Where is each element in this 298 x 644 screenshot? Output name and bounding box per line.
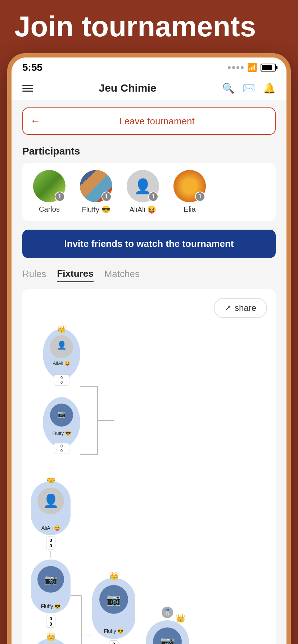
battery-icon [261,64,276,72]
share-label: share [235,303,256,313]
name-aliali: AliAli 😝 [41,525,60,531]
score-fluffy-r1: 00 [46,615,55,628]
medal-icon: 🥈 [162,607,173,618]
svg-text:👑: 👑 [57,325,66,334]
tab-rules[interactable]: Rules [22,268,46,282]
wifi-icon: 📶 [247,63,257,72]
score-aliali: 00 [46,537,55,549]
participant-name-aliali: AliAli 😝 [129,205,156,214]
player-carlos: 👑 🌿 Carlos [31,639,71,644]
participant-carlos: 1 Carlos [30,170,69,214]
fixtures-card: ↗ share 👤 AliAli 😝 👑 [22,289,276,644]
back-arrow-icon: ← [30,115,40,127]
leave-tournament-button[interactable]: ← Leave tournament [22,107,276,135]
status-bar: 5:55 📶 [12,58,286,76]
crown-winner: 👑 [176,614,185,623]
svg-text:0: 0 [60,376,63,380]
hamburger-menu[interactable] [22,85,33,92]
player-aliali: 👑 👤 AliAli 😝 [31,481,71,535]
participant-elia: 1 Elia [170,170,209,214]
invite-friends-button[interactable]: Invite friends to watch the tournament [22,230,276,258]
participant-avatar-wrap-fluffy: 1 [80,170,112,202]
name-fluffy-r1: Fluffy 😎 [41,603,61,609]
svg-text:0: 0 [60,380,63,385]
crown-carlos: 👑 [46,632,56,641]
tab-fixtures[interactable]: Fixtures [57,268,93,282]
svg-text:📷: 📷 [58,410,66,418]
winner: 🥈 👑 📷 Fluffy 😎 [146,607,189,644]
avatar-winner: 📷 [153,627,182,644]
share-button[interactable]: ↗ share [214,298,267,318]
header-icons: 🔍 ✉️ 🔔 [222,82,276,94]
participant-fluffy: 1 Fluffy 😎 [76,170,116,214]
participant-avatar-wrap-aliali: 1 [127,170,159,202]
bracket-diagram: 👤 AliAli 😝 👑 0 0 📷 Fluffy 😎 [31,325,267,478]
vs-line-1 [50,551,51,558]
participant-name-carlos: Carlos [39,205,60,213]
main-content: ← Leave tournament Participants 1 Carlos [12,100,286,644]
participants-title: Participants [22,146,276,157]
share-icon: ↗ [225,303,231,313]
mail-icon[interactable]: ✉️ [243,82,255,94]
avatar-aliali: 👤 [37,488,64,514]
tab-matches[interactable]: Matches [104,268,140,282]
search-icon[interactable]: 🔍 [222,82,235,94]
svg-text:0: 0 [60,444,63,448]
app-title: Jeu Chimie [99,82,156,94]
participant-badge-aliali: 1 [148,192,158,202]
match2: 👑 🌿 Carlos 00 🌸 Elia 00 [31,639,71,644]
svg-text:Fluffy 😎: Fluffy 😎 [52,430,71,436]
match1: 👑 👤 AliAli 😝 00 📷 Fluffy 😎 0 [31,481,71,628]
status-icons: 📶 [228,63,276,72]
status-time: 5:55 [22,62,42,73]
participant-aliali: 1 AliAli 😝 [123,170,163,214]
round2: 👑 📷 Fluffy 😎 00 🌸 Elia [92,578,135,644]
svg-text:👤: 👤 [57,340,67,350]
participant-name-fluffy: Fluffy 😎 [82,205,110,214]
phone-frame: 5:55 📶 Jeu Chimie 🔍 ✉️ 🔔 [7,53,291,644]
participant-avatar-wrap-elia: 1 [173,170,206,202]
participant-avatar-wrap-carlos: 1 [33,170,66,202]
avatar-fluffy-r2: 📷 [99,585,128,614]
player-fluffy-r2: 👑 📷 Fluffy 😎 [92,578,135,639]
participant-badge-fluffy: 1 [101,192,112,202]
player-fluffy-r1: 📷 Fluffy 😎 [31,560,71,613]
leave-tournament-label: Leave tournament [46,116,268,127]
top-banner: Join tournaments [0,0,298,50]
banner-title: Join tournaments [14,11,284,42]
round1: 👑 👤 AliAli 😝 00 📷 Fluffy 😎 0 [31,481,71,644]
connector-svg [71,533,92,644]
svg-text:AliAli 😝: AliAli 😝 [53,360,71,366]
bracket-html: 👑 👤 AliAli 😝 00 📷 Fluffy 😎 0 [31,478,267,644]
participant-badge-carlos: 1 [55,192,65,202]
fixtures-header: ↗ share [31,298,267,318]
crown-aliali: 👑 [46,478,56,484]
signal-dots [228,66,244,69]
tabs: Rules Fixtures Matches [22,268,276,282]
participants-card: 1 Carlos 1 Fluffy 😎 1 [22,163,276,221]
name-fluffy-r2: Fluffy 😎 [104,628,124,634]
crown-fluffy-r2: 👑 [109,571,119,581]
score-fluffy-r2: 00 [109,640,118,644]
participant-name-elia: Elia [184,205,195,213]
bell-icon[interactable]: 🔔 [263,82,276,94]
svg-text:0: 0 [60,448,63,453]
avatar-fluffy-r1: 📷 [37,566,64,593]
participant-badge-elia: 1 [195,192,205,202]
app-header: Jeu Chimie 🔍 ✉️ 🔔 [12,76,286,100]
phone-inner: 5:55 📶 Jeu Chimie 🔍 ✉️ 🔔 [12,58,286,644]
player-winner: 👑 📷 Fluffy 😎 [146,620,189,644]
